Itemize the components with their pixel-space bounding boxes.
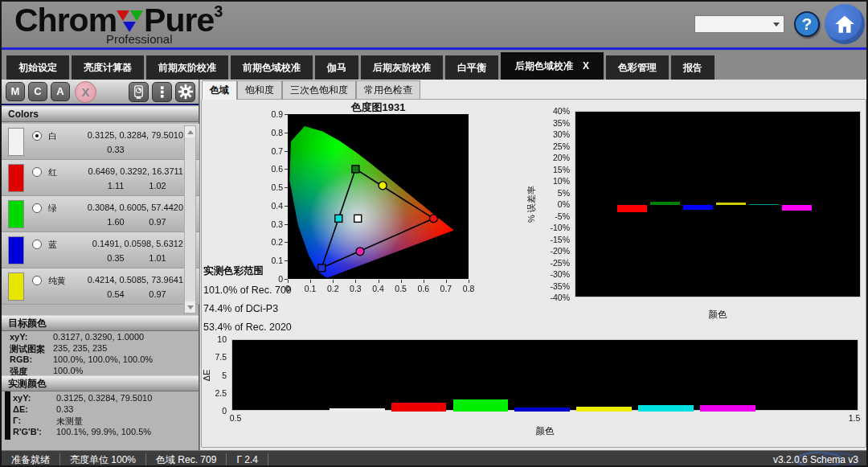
cie-ytick: 0.1 (262, 256, 283, 265)
kebab-menu-icon (154, 84, 170, 100)
left-panel: M C A X Colors 白0.3125, 0.3284, 79.50100… (2, 80, 199, 450)
cie-xtick: 0.4 (367, 284, 390, 293)
tab-后期灰阶校准[interactable]: 后期灰阶校准 (361, 55, 443, 80)
color-name: 白 (48, 130, 57, 142)
menu-button[interactable] (152, 82, 172, 102)
meter-device-button[interactable] (129, 82, 149, 102)
kv-value: 100.0%, 100.0%, 100.0% (53, 354, 153, 364)
kv-value: 0.3127, 0.3290, 1.0000 (53, 332, 144, 342)
gamut-point-绿 (352, 166, 359, 173)
preset-dropdown[interactable] (694, 15, 784, 33)
chevron-down-icon (773, 23, 780, 27)
delta-e-chart-ylabel: ΔE (201, 339, 212, 411)
meter-icon (131, 84, 146, 100)
kv-value: 0.33 (56, 404, 73, 414)
gamut-point-黄 (379, 182, 387, 190)
luminance-error-chart-ytick: -15% (542, 235, 570, 244)
color-radio[interactable] (32, 240, 42, 249)
delta-e-chart-bar-绿 (453, 399, 509, 412)
subtab-常用色检查[interactable]: 常用色检查 (356, 80, 420, 99)
luminance-error-chart-bar-洋红 (782, 205, 812, 211)
scroll-down-icon[interactable] (185, 301, 195, 313)
colors-scrollbar[interactable] (184, 125, 196, 313)
color-xyY-value: 0.6469, 0.3292, 16.3711 (64, 166, 183, 176)
cie-ytick: 0.8 (262, 128, 283, 137)
meter-a-button[interactable]: A (51, 82, 70, 101)
tab-前期灰阶校准[interactable]: 前期灰阶校准 (146, 55, 228, 80)
luminance-error-chart-ytick: 35% (542, 118, 570, 128)
target-color-header: 目标颜色 (2, 315, 199, 331)
kv-label: R'G'B': (13, 427, 42, 436)
luminance-error-chart-ytick: -5% (542, 211, 570, 221)
luminance-error-chart-bar-蓝 (683, 205, 713, 210)
color-row-白[interactable]: 白0.3125, 0.3284, 79.50100.33 (2, 124, 199, 160)
color-swatch (8, 272, 24, 301)
subtab-三次色饱和度[interactable]: 三次色饱和度 (282, 80, 356, 99)
help-button[interactable]: ? (794, 11, 820, 37)
meter-c-button[interactable]: C (28, 82, 47, 101)
tab-伽马[interactable]: 伽马 (315, 55, 358, 80)
kv-value: 100.1%, 99.9%, 100.5% (56, 427, 151, 436)
settings-button[interactable] (175, 82, 195, 102)
color-swatch (8, 128, 24, 156)
tab-前期色域校准[interactable]: 前期色域校准 (231, 55, 313, 80)
meter-m-button[interactable]: M (6, 82, 25, 101)
color-radio[interactable] (32, 203, 42, 213)
meter-toolbar: M C A X (2, 80, 199, 104)
tab-亮度计算器[interactable]: 亮度计算器 (72, 55, 144, 80)
cie-ytick: 0.2 (262, 237, 283, 247)
cie-xtick: 0.1 (299, 284, 321, 293)
color-row-纯黄[interactable]: 纯黄0.4214, 0.5085, 73.96410.540.97 (2, 268, 199, 305)
luminance-error-chart-ytick: -35% (542, 281, 570, 291)
cie-chart-title: 色度图1931 (288, 100, 469, 115)
subtab-色域[interactable]: 色域 (202, 80, 237, 100)
status-bar: v3.2.0.6 Schema v3 准备就绪亮度单位 100%色域 Rec. … (2, 450, 866, 467)
tab-label: 伽马 (327, 61, 346, 75)
color-row-绿[interactable]: 绿0.3084, 0.6005, 57.44201.600.97 (2, 196, 199, 232)
close-meter-button[interactable]: X (75, 81, 96, 103)
tab-后期色域校准[interactable]: 后期色域校准X (501, 52, 604, 80)
cie-xtick: 0.5 (390, 284, 412, 293)
tab-label: 后期灰阶校准 (373, 61, 431, 75)
kv-label: Γ: (13, 416, 21, 425)
gamut-point-红 (429, 215, 437, 223)
kv-row: RGB:100.0%, 100.0%, 100.0% (2, 354, 199, 366)
color-radio[interactable] (32, 131, 42, 141)
delta-e-chart-xlabel: 颜色 (521, 425, 569, 437)
cie-ytick: 0.5 (262, 182, 283, 192)
delta-e-chart-bar-黄 (576, 407, 632, 412)
luminance-error-chart-bar-青 (749, 204, 779, 206)
color-radio[interactable] (32, 276, 42, 285)
home-button[interactable] (825, 4, 865, 44)
luminance-error-chart-ytick: 30% (542, 129, 570, 139)
tab-label: 白平衡 (457, 61, 486, 75)
kv-row: 测试图案235, 235, 235 (2, 343, 199, 354)
tab-报告[interactable]: 报告 (671, 55, 714, 80)
cie-xtick: 0.2 (321, 284, 344, 293)
luminance-error-chart-bar-黄 (716, 203, 746, 205)
main-tabbar: 初始设定亮度计算器前期灰阶校准前期色域校准伽马后期灰阶校准白平衡后期色域校准X色… (6, 54, 714, 80)
edition-label: Professional (106, 32, 173, 46)
color-radio[interactable] (32, 167, 42, 177)
tab-白平衡[interactable]: 白平衡 (445, 55, 498, 80)
color-row-红[interactable]: 红0.6469, 0.3292, 16.37111.111.02 (2, 160, 199, 196)
charts-area: 色域饱和度三次色饱和度常用色检查 实测色彩范围 101.0% of Rec. 7… (200, 80, 868, 450)
color-name: 绿 (48, 203, 57, 215)
color-xyY-value: 0.3084, 0.6005, 57.4420 (64, 203, 183, 212)
tab-close-icon[interactable]: X (583, 60, 589, 72)
luminance-error-chart-ytick: -20% (542, 246, 570, 256)
color-row-蓝[interactable]: 蓝0.1491, 0.0598, 5.63120.351.01 (2, 232, 199, 268)
tab-初始设定[interactable]: 初始设定 (6, 55, 69, 80)
color-xyY-value: 0.3125, 0.3284, 79.5010 (64, 130, 183, 140)
scroll-up-icon[interactable] (185, 126, 195, 137)
home-icon (833, 12, 857, 36)
delta-e-chart-xtick-min: 0.5 (223, 413, 248, 423)
cie-xtick: 0.6 (412, 284, 435, 293)
tab-色彩管理[interactable]: 色彩管理 (606, 55, 669, 80)
status-item: 准备就绪 (2, 453, 59, 467)
cie-diagram (288, 114, 469, 279)
subtab-饱和度[interactable]: 饱和度 (237, 80, 282, 99)
kv-label: 测试图案 (10, 343, 45, 355)
delta-e-chart-bar-蓝 (514, 408, 570, 412)
luminance-error-chart-ytick: 40% (542, 106, 570, 116)
